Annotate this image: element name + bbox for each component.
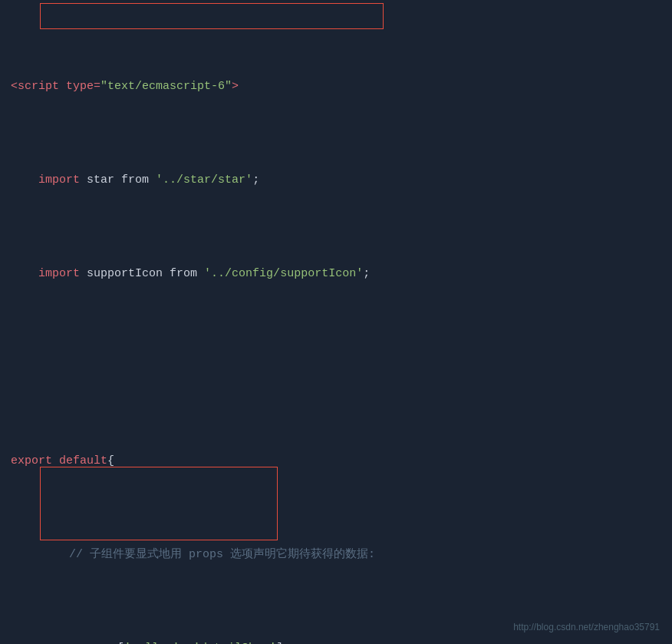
line-1-text: <script type="text/ecmascript-6"> xyxy=(8,78,239,96)
line-1: <script type="text/ecmascript-6"> xyxy=(8,77,672,97)
line-6-text: // 子组件要显式地用 props 选项声明它期待获得的数据: xyxy=(8,546,375,564)
line-5: export default{ xyxy=(8,451,672,471)
line-5-text: export default{ xyxy=(8,452,114,471)
watermark: http://blog.csdn.net/zhenghao35791 xyxy=(513,620,660,635)
line-6: // 子组件要显式地用 props 选项声明它期待获得的数据: xyxy=(8,545,672,565)
line-2-text: import star from '../star/star'; xyxy=(8,171,259,190)
code-content: <script type="text/ecmascript-6"> import… xyxy=(0,0,672,644)
code-editor: <script type="text/ecmascript-6"> import… xyxy=(0,0,672,644)
line-3-text: import supportIcon from '../config/suppo… xyxy=(8,265,370,283)
line-4-text xyxy=(8,358,18,377)
line-2: import star from '../star/star'; xyxy=(8,170,672,190)
line-3: import supportIcon from '../config/suppo… xyxy=(8,264,672,284)
line-7: props: ['seller', 'detailShow'], xyxy=(8,639,672,644)
line-7-text: props: ['seller', 'detailShow'], xyxy=(8,639,290,644)
line-4 xyxy=(8,358,672,378)
